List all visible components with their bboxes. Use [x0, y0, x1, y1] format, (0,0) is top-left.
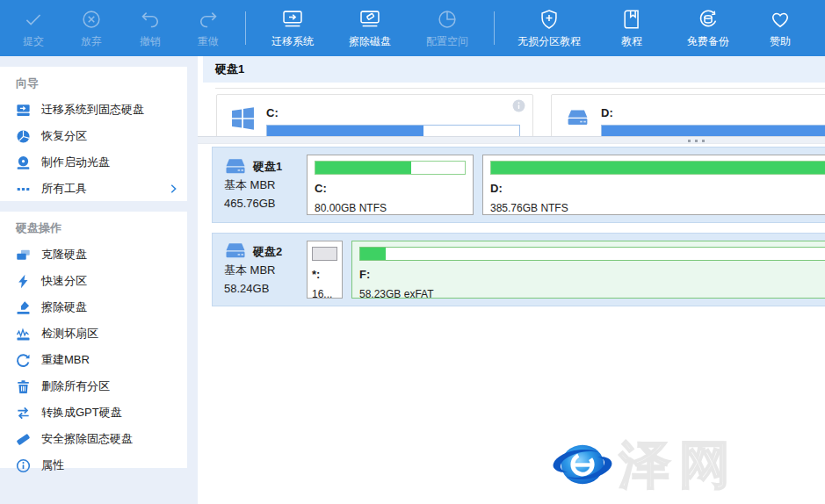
- disk-type: 基本 MBR: [224, 261, 301, 279]
- sidebar-item-delete-all-partitions[interactable]: 删除所有分区: [0, 373, 187, 400]
- partition-label: D:: [490, 182, 825, 195]
- properties-icon: [16, 458, 31, 473]
- partition-label: *:: [312, 268, 337, 281]
- drive-icon: [224, 158, 247, 176]
- sidebar-section-wizards: 向导迁移系统到固态硬盘恢复分区制作启动光盘所有工具: [0, 67, 187, 201]
- sidebar-item-quick-partition[interactable]: 快速分区: [0, 268, 187, 294]
- sidebar-item-convert-gpt[interactable]: 转换成GPT硬盘: [0, 400, 187, 426]
- toolbar-submit-button: 提交: [5, 1, 62, 55]
- zewang-logo-icon: [549, 436, 616, 493]
- sidebar-item-bootable-media[interactable]: 制作启动光盘: [0, 149, 187, 176]
- usage-bar: [266, 125, 520, 136]
- sidebar-item-label: 属性: [41, 457, 64, 473]
- sidebar: 向导迁移系统到固态硬盘恢复分区制作启动光盘所有工具硬盘操作克隆硬盘快速分区擦除硬…: [0, 56, 198, 504]
- migrate-os-icon: [281, 8, 304, 31]
- undo-icon: [139, 8, 162, 31]
- usage-bar-fill: [602, 126, 825, 136]
- convert-gpt-icon: [16, 406, 31, 421]
- splitter-dots-icon: [688, 140, 705, 142]
- toolbar-migrate-os-button[interactable]: 迁移系统: [254, 1, 331, 55]
- watermark: 泽网: [549, 436, 739, 493]
- toolbar-button-label: 放弃: [81, 34, 102, 49]
- usage-bar: [312, 247, 337, 261]
- usage-bar: [315, 161, 466, 175]
- bad-sector-icon: [16, 327, 31, 342]
- sidebar-item-label: 制作启动光盘: [41, 155, 110, 170]
- sidebar-item-all-tools[interactable]: 所有工具: [0, 176, 187, 202]
- toolbar-undo-button: 撤销: [121, 1, 179, 55]
- toolbar-wipe-disk-button[interactable]: 擦除磁盘: [331, 1, 409, 55]
- sidebar-item-check-bad-sectors[interactable]: 检测坏扇区: [0, 320, 187, 347]
- sidebar-item-label: 恢复分区: [41, 128, 87, 144]
- sidebar-item-secure-erase-ssd[interactable]: 安全擦除固态硬盘: [0, 426, 187, 452]
- toolbar-backup-button[interactable]: 免费备份: [668, 1, 749, 55]
- bootable-media-icon: [16, 155, 31, 170]
- toolbar-separator: [245, 11, 246, 45]
- sidebar-item-erase-disk[interactable]: 擦除硬盘: [0, 294, 187, 320]
- partition-tutorial-icon: [538, 8, 561, 31]
- drive-icon: [224, 242, 247, 260]
- disk-title: 硬盘2: [224, 242, 301, 261]
- sidebar-item-label: 安全擦除固态硬盘: [41, 431, 133, 447]
- disk-name: 硬盘1: [253, 157, 282, 176]
- tutorial-icon: [620, 8, 643, 31]
- usage-bar-fill: [360, 248, 386, 260]
- sidebar-item-label: 擦除硬盘: [41, 299, 87, 315]
- partition-detail: 16...: [312, 288, 337, 299]
- partition-detail: 58.23GB exFAT: [359, 288, 825, 299]
- overview-drive-label: C:: [266, 106, 279, 119]
- sidebar-section-disk-operations: 硬盘操作克隆硬盘快速分区擦除硬盘检测坏扇区重建MBR删除所有分区转换成GPT硬盘…: [0, 212, 187, 468]
- disk-size: 58.24GB: [224, 279, 301, 298]
- recover-partition-icon: [16, 129, 31, 144]
- quick-partition-icon: [16, 274, 31, 289]
- secure-erase-icon: [16, 432, 31, 447]
- backup-icon: [697, 8, 720, 31]
- clone-disk-icon: [16, 248, 31, 263]
- toolbar-button-label: 撤销: [140, 34, 161, 49]
- toolbar-donate-button[interactable]: 赞助: [749, 1, 812, 55]
- tab-disk1[interactable]: 硬盘1: [215, 61, 244, 77]
- usage-bar: [601, 125, 825, 136]
- wipe-disk-icon: [358, 8, 381, 31]
- overview-drive-d[interactable]: D:: [551, 94, 825, 136]
- sidebar-item-clone-disk[interactable]: 克隆硬盘: [0, 241, 187, 268]
- sidebar-item-label: 删除所有分区: [41, 378, 110, 394]
- toolbar: 提交放弃撤销重做迁移系统擦除磁盘配置空间无损分区教程教程免费备份赞助: [0, 0, 825, 56]
- usage-bar-fill: [315, 162, 411, 174]
- partition-F[interactable]: F:58.23GB exFAT: [351, 241, 825, 299]
- toolbar-button-label: 重做: [198, 34, 219, 49]
- partition-detail: 385.76GB NTFS: [490, 202, 825, 214]
- sidebar-item-recover-partition[interactable]: 恢复分区: [0, 123, 187, 149]
- toolbar-discard-button: 放弃: [62, 1, 121, 55]
- overview-drive-c[interactable]: C:: [216, 94, 533, 136]
- sidebar-item-label: 快速分区: [41, 273, 87, 289]
- sidebar-item-label: 迁移系统到固态硬盘: [41, 102, 144, 118]
- partition-label: C:: [315, 182, 466, 195]
- drive-overview-strip: C:D:: [198, 94, 825, 136]
- splitter-handle[interactable]: [198, 136, 825, 144]
- toolbar-partition-tutorial-button[interactable]: 无损分区教程: [503, 1, 596, 55]
- delete-partitions-icon: [16, 379, 31, 394]
- drive-icon: [566, 106, 590, 130]
- tab-bar: 硬盘1: [203, 56, 825, 83]
- toolbar-button-label: 擦除磁盘: [349, 34, 391, 49]
- disk-info[interactable]: 硬盘1基本 MBR465.76GB: [213, 157, 301, 212]
- disk-info[interactable]: 硬盘2基本 MBR58.24GB: [213, 242, 301, 298]
- toolbar-tutorial-button[interactable]: 教程: [596, 1, 668, 55]
- partition-star[interactable]: *:16...: [307, 241, 343, 299]
- info-icon[interactable]: [512, 99, 525, 112]
- partition-label: F:: [359, 268, 825, 281]
- toolbar-button-label: 无损分区教程: [517, 34, 581, 49]
- sidebar-item-migrate-ssd[interactable]: 迁移系统到固态硬盘: [0, 97, 187, 123]
- sidebar-section-title: 向导: [0, 67, 187, 97]
- sidebar-item-rebuild-mbr[interactable]: 重建MBR: [0, 347, 187, 373]
- sidebar-item-label: 克隆硬盘: [41, 247, 87, 263]
- toolbar-button-label: 赞助: [770, 34, 791, 49]
- usage-bar: [359, 247, 825, 261]
- sidebar-item-properties[interactable]: 属性: [0, 452, 187, 479]
- sidebar-section-title: 硬盘操作: [0, 212, 187, 241]
- partition-D[interactable]: D:385.76GB NTFS: [482, 155, 825, 215]
- partition-C[interactable]: C:80.00GB NTFS: [307, 155, 474, 215]
- sidebar-item-label: 所有工具: [41, 181, 87, 197]
- sidebar-item-label: 检测坏扇区: [41, 326, 98, 342]
